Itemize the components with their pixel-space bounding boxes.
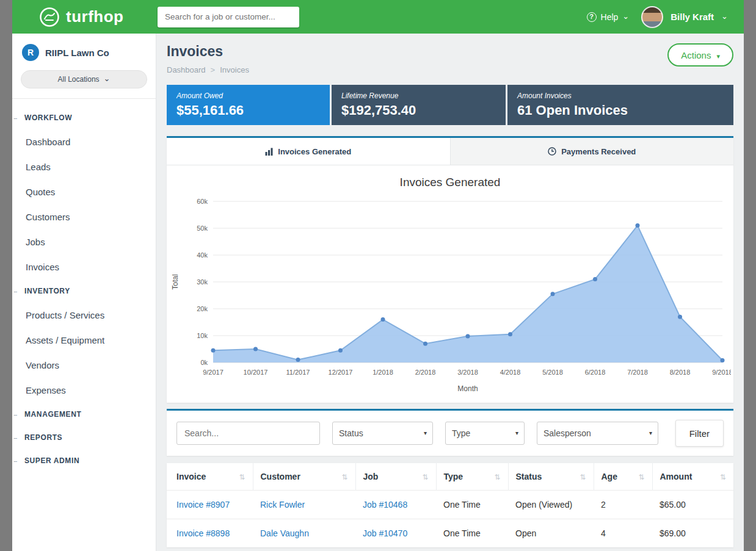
clock-icon xyxy=(548,147,556,156)
section-label: MANAGEMENT xyxy=(24,410,81,419)
col-amount[interactable]: Amount xyxy=(652,463,733,491)
salesperson-select[interactable]: Salesperson xyxy=(537,422,658,445)
section-label: REPORTS xyxy=(24,433,62,442)
sidebar-item-assets-equipment[interactable]: Assets / Equipment xyxy=(12,328,156,353)
svg-text:8/2018: 8/2018 xyxy=(670,369,691,376)
svg-text:11/2017: 11/2017 xyxy=(286,369,310,376)
col-type[interactable]: Type xyxy=(436,463,508,491)
svg-text:3/2018: 3/2018 xyxy=(457,369,478,376)
job-link[interactable]: Job #10468 xyxy=(355,491,436,519)
sort-icon[interactable] xyxy=(341,472,347,481)
svg-text:10/2017: 10/2017 xyxy=(244,369,268,376)
sidebar-item-vendors[interactable]: Vendors xyxy=(12,353,156,378)
chart-tabs: Invoices Generated Payments Received xyxy=(167,138,733,165)
breadcrumb: Dashboard > Invoices xyxy=(167,65,249,74)
help-icon: ? xyxy=(587,12,597,22)
type-select[interactable]: Type xyxy=(445,422,525,445)
invoice-link[interactable]: Invoice #8898 xyxy=(167,519,253,548)
sort-icon[interactable] xyxy=(422,472,428,481)
sidebar-section-management[interactable]: MANAGEMENT xyxy=(12,403,156,426)
stat-label: Amount Invoices xyxy=(517,92,724,100)
logo-text: turfhop xyxy=(66,7,123,26)
svg-text:2/2018: 2/2018 xyxy=(415,369,436,376)
sidebar-item-dashboard[interactable]: Dashboard xyxy=(12,129,156,154)
location-selector[interactable]: All Locations xyxy=(21,70,147,88)
status-select-wrap: Status xyxy=(332,422,433,445)
customer-link[interactable]: Dale Vaughn xyxy=(253,519,355,548)
sort-icon[interactable] xyxy=(720,472,726,481)
job-link[interactable]: Job #10470 xyxy=(355,519,436,548)
stat-amount-owed: Amount Owed $55,161.66 xyxy=(167,85,330,125)
sidebar-nav: WORKFLOW Dashboard Leads Quotes Customer… xyxy=(12,99,156,472)
sort-icon[interactable] xyxy=(494,472,500,481)
svg-text:4/2018: 4/2018 xyxy=(500,369,521,376)
sidebar-item-quotes[interactable]: Quotes xyxy=(12,179,156,204)
type-cell: One Time xyxy=(436,519,508,548)
stat-label: Lifetime Revenue xyxy=(341,92,496,100)
sidebar-section-inventory[interactable]: INVENTORY xyxy=(12,279,156,303)
svg-text:40k: 40k xyxy=(197,251,208,259)
invoice-link[interactable]: Invoice #8907 xyxy=(167,491,253,519)
svg-text:20k: 20k xyxy=(197,305,208,312)
table-header-row: Invoice Customer Job Type Status Age Amo… xyxy=(167,463,733,491)
stat-open-invoices: Amount Invoices 61 Open Invoices xyxy=(507,85,733,125)
chevron-down-icon[interactable] xyxy=(721,12,728,23)
top-bar: turfhop ? Help Billy Kraft xyxy=(12,0,744,34)
age-cell: 2 xyxy=(594,491,652,519)
svg-text:5/2018: 5/2018 xyxy=(542,369,563,376)
user-avatar[interactable] xyxy=(641,6,663,28)
col-age[interactable]: Age xyxy=(594,463,652,491)
actions-button-label: Actions xyxy=(681,50,711,60)
main-content: Invoices Dashboard > Invoices Actions Am… xyxy=(156,34,744,551)
sidebar-section-workflow[interactable]: WORKFLOW xyxy=(12,106,156,129)
col-status[interactable]: Status xyxy=(508,463,594,491)
col-customer[interactable]: Customer xyxy=(253,463,355,491)
customer-link[interactable]: Rick Fowler xyxy=(253,491,355,519)
chevron-down-icon xyxy=(104,75,111,84)
sidebar-section-reports[interactable]: REPORTS xyxy=(12,426,156,449)
chart-panel: Invoices Generated Payments Received Inv… xyxy=(167,136,733,403)
section-dash-icon xyxy=(13,287,16,295)
sidebar-item-invoices[interactable]: Invoices xyxy=(12,254,156,279)
table-search-input[interactable] xyxy=(176,422,320,445)
svg-text:7/2018: 7/2018 xyxy=(627,369,648,376)
col-job[interactable]: Job xyxy=(355,463,436,491)
bar-chart-icon xyxy=(265,148,273,156)
sidebar-item-leads[interactable]: Leads xyxy=(12,154,156,179)
actions-button[interactable]: Actions xyxy=(667,43,733,67)
turfhop-logo[interactable]: turfhop xyxy=(12,7,158,27)
global-search xyxy=(158,7,299,27)
svg-text:9/2017: 9/2017 xyxy=(203,369,224,376)
section-label: SUPER ADMIN xyxy=(24,456,79,465)
svg-text:50k: 50k xyxy=(197,225,208,232)
sidebar-item-expenses[interactable]: Expenses xyxy=(12,378,156,403)
table-row: Invoice #8907 Rick Fowler Job #10468 One… xyxy=(167,491,733,519)
topbar-right: ? Help Billy Kraft xyxy=(587,6,744,28)
sort-icon[interactable] xyxy=(239,472,245,481)
chart-title: Invoices Generated xyxy=(167,165,733,190)
amount-cell: $69.00 xyxy=(652,519,733,548)
col-invoice[interactable]: Invoice xyxy=(167,463,253,491)
breadcrumb-dashboard[interactable]: Dashboard xyxy=(167,65,206,74)
sidebar-section-super-admin[interactable]: SUPER ADMIN xyxy=(12,449,156,472)
status-select[interactable]: Status xyxy=(332,422,433,445)
app-page: turfhop ? Help Billy Kraft R RIIPL Lawn … xyxy=(12,0,744,551)
section-dash-icon xyxy=(13,411,16,418)
stat-value: $192,753.40 xyxy=(341,103,496,118)
user-name[interactable]: Billy Kraft xyxy=(671,12,714,22)
page-title: Invoices xyxy=(167,43,249,60)
svg-text:Total: Total xyxy=(171,274,180,289)
help-menu[interactable]: ? Help xyxy=(587,12,630,23)
filter-button[interactable]: Filter xyxy=(675,420,724,447)
sort-icon[interactable] xyxy=(638,472,644,481)
tab-payments-received[interactable]: Payments Received xyxy=(450,138,734,165)
svg-text:10k: 10k xyxy=(197,332,208,339)
global-search-input[interactable] xyxy=(158,7,299,27)
svg-text:1/2018: 1/2018 xyxy=(373,369,393,376)
sidebar-item-customers[interactable]: Customers xyxy=(12,204,156,229)
svg-text:6/2018: 6/2018 xyxy=(585,369,606,376)
sidebar-item-jobs[interactable]: Jobs xyxy=(12,229,156,254)
tab-invoices-generated[interactable]: Invoices Generated xyxy=(167,138,450,165)
sort-icon[interactable] xyxy=(580,472,586,481)
sidebar-item-products-services[interactable]: Products / Services xyxy=(12,303,156,328)
